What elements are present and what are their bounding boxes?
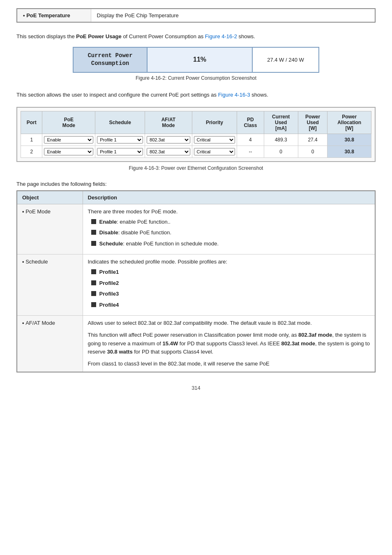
pd-class-2: -- [237, 146, 264, 157]
poe-mode-2[interactable]: Enable Disable Schedule [42, 146, 95, 157]
poe-temperature-description: Display the PoE Chip Temperature [91, 9, 375, 22]
col-header-power-used: PowerUsed[W] [298, 111, 327, 134]
poe-mode-select-2[interactable]: Enable Disable Schedule [44, 148, 93, 155]
field-desc-poe-mode: There are three modes for PoE mode. Enab… [83, 204, 375, 254]
profile3-item: Profile3 [91, 290, 370, 298]
power-used-1: 27.4 [298, 134, 327, 146]
power-consumption-label: Current PowerConsumption [74, 48, 148, 72]
col-header-port: Port [21, 111, 42, 134]
field-desc-schedule: Indicates the scheduled profile mode. Po… [83, 254, 375, 315]
field-label-afat-mode: AF/AT Mode [17, 315, 83, 372]
field-row-schedule: Schedule Indicates the scheduled profile… [17, 254, 375, 315]
fields-intro-text: The page includes the following fields: [16, 181, 376, 187]
poe-temperature-table: PoE Temperature Display the PoE Chip Tem… [16, 8, 376, 23]
field-desc-afat-mode: Allows user to select 802.3at or 802.3af… [83, 315, 375, 372]
col-header-current-used: CurrentUsed[mA] [264, 111, 298, 134]
fields-col-object: Object [17, 191, 83, 204]
poe-mode-disable-item: Disable: disable PoE function. [91, 229, 370, 237]
figure-4-16-2-caption: Figure 4-16-2: Current Power Consumption… [16, 75, 376, 81]
page-number: 314 [16, 385, 376, 391]
field-label-poe-mode: PoE Mode [17, 204, 83, 254]
intro-paragraph-2: This section allows the user to inspect … [16, 91, 376, 99]
afat-mode-2[interactable]: 802.3at 802.3af [145, 146, 192, 157]
port-2: 2 [21, 146, 42, 157]
schedule-select-1[interactable]: Profile 1 Profile 2 Profile 3 Profile 4 [97, 136, 143, 143]
poe-mode-schedule-item: Schedule: enable PoE function in schedul… [91, 240, 370, 248]
priority-2[interactable]: Critical High Low [192, 146, 237, 157]
allocation-2: 30.8 [327, 146, 371, 157]
schedule-select-2[interactable]: Profile 1 Profile 2 Profile 3 Profile 4 [97, 148, 143, 155]
table-row: 2 Enable Disable Schedule Profile 1 Prof… [21, 146, 371, 157]
poe-mode-select-1[interactable]: Enable Disable Schedule [44, 136, 93, 143]
poe-temperature-label: PoE Temperature [17, 9, 91, 22]
intro-paragraph-1: This section displays the PoE Power Usag… [16, 32, 376, 41]
schedule-2[interactable]: Profile 1 Profile 2 Profile 3 Profile 4 [95, 146, 145, 157]
profile2-item: Profile2 [91, 279, 370, 288]
col-header-afat-mode: AF/ATMode [145, 111, 192, 134]
fields-col-description: Description [83, 191, 375, 204]
pd-class-1: 4 [237, 134, 264, 146]
power-used-2: 0 [298, 146, 327, 157]
priority-1[interactable]: Critical High Low [192, 134, 237, 146]
afat-mode-1[interactable]: 802.3at 802.3af [145, 134, 192, 146]
current-used-2: 0 [264, 146, 298, 157]
col-header-schedule: Schedule [95, 111, 145, 134]
power-percent-value: 11% [148, 48, 253, 72]
allocation-1: 30.8 [327, 134, 371, 146]
current-used-1: 489.3 [264, 134, 298, 146]
figure-4-16-3-caption: Figure 4-16-3: Power over Ethernet Confi… [16, 165, 376, 171]
col-header-priority: Priority [192, 111, 237, 134]
field-row-poe-mode: PoE Mode There are three modes for PoE m… [17, 204, 375, 254]
afat-select-2[interactable]: 802.3at 802.3af [147, 148, 190, 155]
fields-description-table: Object Description PoE Mode There are th… [16, 190, 376, 372]
power-consumption-display: Current PowerConsumption 11% 27.4 W / 24… [73, 47, 319, 73]
poe-mode-1[interactable]: Enable Disable Schedule [42, 134, 95, 146]
profile1-item: Profile1 [91, 268, 370, 277]
poe-config-table: Port PoEMode Schedule AF/ATMode Priority… [21, 111, 371, 158]
field-label-schedule: Schedule [17, 254, 83, 315]
col-header-pd-class: PDClass [237, 111, 264, 134]
priority-select-2[interactable]: Critical High Low [194, 148, 235, 155]
col-header-power-alloc: PowerAllocation[W] [327, 111, 371, 134]
power-watt-value: 27.4 W / 240 W [253, 48, 318, 72]
port-1: 1 [21, 134, 42, 146]
priority-select-1[interactable]: Critical High Low [194, 136, 235, 143]
figure-4-16-3-link[interactable]: Figure 4-16-3 [218, 92, 250, 98]
figure-4-16-2-link[interactable]: Figure 4-16-2 [205, 33, 237, 39]
poe-mode-enable-item: Enable: enable PoE function.. [91, 218, 370, 227]
schedule-1[interactable]: Profile 1 Profile 2 Profile 3 Profile 4 [95, 134, 145, 146]
profile4-item: Profile4 [91, 301, 370, 310]
poe-config-wrapper: Port PoEMode Schedule AF/ATMode Priority… [16, 107, 376, 162]
table-row: 1 Enable Disable Schedule Profile 1 Prof… [21, 134, 371, 146]
field-row-afat-mode: AF/AT Mode Allows user to select 802.3at… [17, 315, 375, 372]
col-header-poe-mode: PoEMode [42, 111, 95, 134]
afat-select-1[interactable]: 802.3at 802.3af [147, 136, 190, 143]
